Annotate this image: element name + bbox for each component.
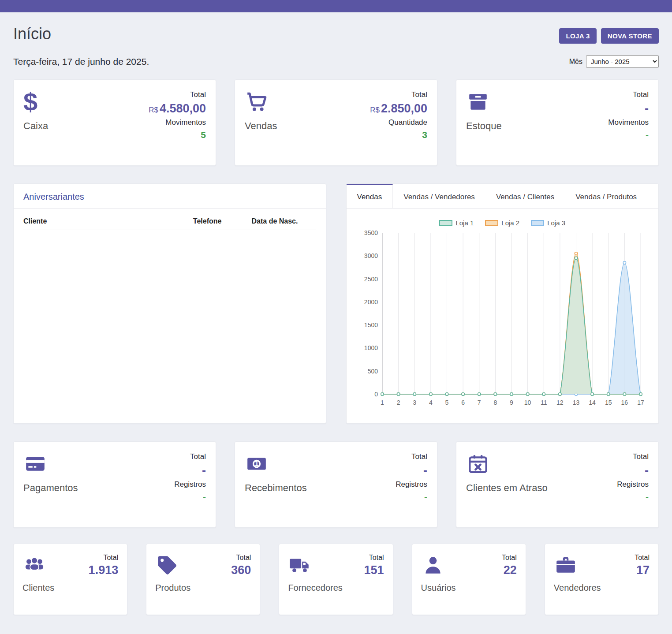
svg-text:15: 15	[605, 399, 612, 406]
card-estoque: Estoque Total - Movimentos -	[456, 79, 659, 166]
sub-label: Movimentos	[608, 118, 649, 127]
total-label: Total	[364, 554, 384, 562]
card-clientes-em-atraso: Clientes em Atraso Total - Registros -	[456, 441, 659, 528]
svg-text:1: 1	[381, 399, 384, 406]
svg-text:3: 3	[413, 399, 417, 406]
tab-vendas-produtos[interactable]: Vendas / Produtos	[565, 184, 647, 208]
people-icon	[22, 554, 48, 577]
card-title: Vendas	[245, 120, 277, 132]
dashboard-page: Início LOJA 3 NOVA STORE Terça-feira, 17…	[0, 12, 672, 633]
header-buttons: LOJA 3 NOVA STORE	[559, 28, 659, 44]
total-value: -	[608, 102, 649, 116]
sub-label: Registros	[174, 480, 206, 489]
svg-text:1000: 1000	[364, 344, 378, 351]
birthdays-title: Aniversariantes	[14, 184, 326, 209]
card-title: Fornecedores	[288, 583, 342, 593]
sub-value: 5	[149, 130, 206, 140]
svg-text:0: 0	[374, 391, 378, 398]
card-title: Clientes	[22, 583, 54, 593]
svg-text:1500: 1500	[364, 321, 378, 328]
total-value: -	[396, 464, 427, 477]
svg-text:11: 11	[541, 399, 547, 406]
sub-label: Movimentos	[149, 118, 206, 127]
svg-text:12: 12	[556, 399, 564, 406]
svg-text:3500: 3500	[364, 229, 378, 236]
store-button[interactable]: LOJA 3	[559, 28, 596, 44]
birthdays-table: Cliente Telefone Data de Nasc.	[23, 211, 316, 230]
total-value: -	[617, 464, 649, 477]
sales-chart: 0500100015002000250030003500123456789101…	[357, 227, 648, 413]
svg-text:8: 8	[494, 399, 497, 406]
legend-item-loja3: Loja 3	[531, 219, 565, 227]
tab-vendas-clientes[interactable]: Vendas / Clientes	[485, 184, 565, 208]
total-value: 17	[635, 563, 650, 577]
total-value: 360	[231, 563, 251, 577]
sub-value: 3	[370, 130, 427, 140]
card-pagamentos: Pagamentos Total - Registros -	[13, 441, 216, 528]
total-value: 22	[502, 563, 517, 577]
column-header-cliente: Cliente	[23, 211, 193, 230]
total-value: R$2.850,00	[370, 102, 427, 116]
svg-text:2: 2	[397, 399, 400, 406]
total-label: Total	[502, 554, 517, 562]
card-fornecedores: Fornecedores Total 151	[279, 544, 393, 615]
svg-text:17: 17	[637, 399, 644, 406]
legend-swatch-loja1	[439, 220, 452, 226]
svg-text:14: 14	[589, 399, 596, 406]
card-vendedores: Vendedores Total 17	[545, 544, 659, 615]
legend-swatch-loja3	[531, 220, 544, 226]
card-produtos: Produtos Total 360	[146, 544, 260, 615]
chart-legend: Loja 1 Loja 2 Loja 3	[355, 219, 651, 227]
card-title: Vendedores	[554, 583, 601, 593]
banknote-icon: 1	[245, 452, 270, 475]
month-select[interactable]: Junho - 2025	[586, 55, 659, 68]
top-accent-bar	[0, 0, 672, 12]
tab-vendas-vendedores[interactable]: Vendas / Vendedores	[393, 184, 485, 208]
card-clientes: Clientes Total 1.913	[13, 544, 127, 615]
mid-cards-row: Pagamentos Total - Registros - 1 Recebim…	[13, 441, 659, 528]
sub-label: Registros	[617, 480, 649, 489]
legend-item-loja1: Loja 1	[439, 219, 474, 227]
svg-text:10: 10	[524, 399, 531, 406]
total-label: Total	[635, 554, 650, 562]
bottom-cards-row: Clientes Total 1.913 Produtos Total 360	[13, 544, 659, 615]
briefcase-icon	[554, 554, 579, 577]
tab-vendas[interactable]: Vendas	[347, 184, 393, 208]
sub-label: Registros	[396, 480, 427, 489]
column-header-nascimento: Data de Nasc.	[252, 211, 316, 230]
total-label: Total	[231, 554, 251, 562]
total-label: Total	[396, 452, 427, 461]
total-label: Total	[89, 554, 119, 562]
card-recebimentos: 1 Recebimentos Total - Registros -	[235, 441, 437, 528]
total-value: 1.913	[89, 563, 119, 577]
svg-text:7: 7	[478, 399, 481, 406]
legend-swatch-loja2	[485, 220, 498, 226]
sub-value: -	[174, 492, 206, 502]
page-title: Início	[13, 25, 51, 43]
column-header-telefone: Telefone	[193, 211, 252, 230]
new-store-button[interactable]: NOVA STORE	[601, 28, 659, 44]
sales-chart-area: Loja 1 Loja 2 Loja 3 0500100015002000250…	[347, 209, 659, 416]
svg-text:6: 6	[461, 399, 465, 406]
card-title: Pagamentos	[23, 482, 78, 494]
card-title: Recebimentos	[245, 482, 307, 494]
total-value: -	[174, 464, 206, 477]
card-title: Usuários	[421, 583, 456, 593]
svg-text:4: 4	[429, 399, 433, 406]
sales-tabs: Vendas Vendas / Vendedores Vendas / Clie…	[347, 184, 659, 209]
sub-value: -	[608, 130, 649, 140]
total-label: Total	[617, 452, 649, 461]
card-title: Produtos	[155, 583, 190, 593]
box-icon	[466, 90, 492, 113]
month-label: Mês	[569, 58, 582, 66]
cart-icon	[245, 90, 270, 113]
sub-value: -	[396, 492, 427, 502]
dollar-icon: $	[23, 90, 49, 113]
card-title: Estoque	[466, 120, 502, 132]
svg-text:3000: 3000	[364, 252, 378, 259]
card-title: Caixa	[23, 120, 49, 132]
svg-text:1: 1	[255, 460, 259, 467]
card-title: Clientes em Atraso	[466, 482, 548, 494]
svg-text:9: 9	[510, 399, 513, 406]
birthdays-panel: Aniversariantes Cliente Telefone Data de…	[13, 183, 326, 424]
